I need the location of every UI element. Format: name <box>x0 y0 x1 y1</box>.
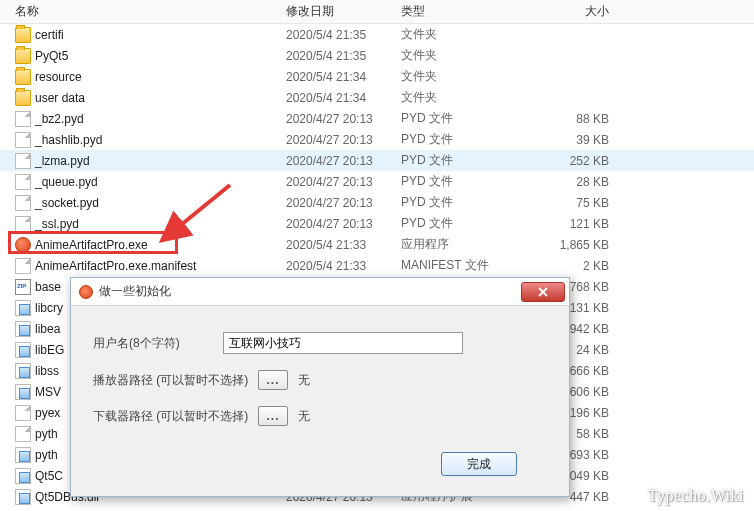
file-row[interactable]: _socket.pyd2020/4/27 20:13PYD 文件75 KB <box>0 192 754 213</box>
file-date: 2020/5/4 21:35 <box>280 26 395 44</box>
folder-icon <box>15 90 31 106</box>
file-name: _hashlib.pyd <box>35 133 102 147</box>
file-row[interactable]: user data2020/5/4 21:34文件夹 <box>0 87 754 108</box>
file-row[interactable]: AnimeArtifactPro.exe2020/5/4 21:33应用程序1,… <box>0 234 754 255</box>
file-row[interactable]: AnimeArtifactPro.exe.manifest2020/5/4 21… <box>0 255 754 276</box>
file-icon <box>15 111 31 127</box>
file-name: PyQt5 <box>35 49 68 63</box>
file-size: 39 KB <box>515 131 615 149</box>
downloader-path-label: 下载器路径 (可以暂时不选择) <box>93 408 258 425</box>
file-icon <box>15 174 31 190</box>
file-date: 2020/5/4 21:34 <box>280 89 395 107</box>
file-row[interactable]: _ssl.pyd2020/4/27 20:13PYD 文件121 KB <box>0 213 754 234</box>
file-size: 2 KB <box>515 257 615 275</box>
file-size <box>515 54 615 58</box>
column-header-name[interactable]: 名称 <box>0 0 280 24</box>
file-name: user data <box>35 91 85 105</box>
folder-icon <box>15 27 31 43</box>
file-name: libss <box>35 364 59 378</box>
file-name: pyex <box>35 406 60 420</box>
done-button[interactable]: 完成 <box>441 452 517 476</box>
dll-icon <box>15 300 31 316</box>
column-header-row: 名称 修改日期 类型 大小 <box>0 0 754 24</box>
folder-icon <box>15 48 31 64</box>
file-size: 1,865 KB <box>515 236 615 254</box>
file-size <box>515 96 615 100</box>
file-name: pyth <box>35 427 58 441</box>
dll-icon <box>15 342 31 358</box>
dll-icon <box>15 447 31 463</box>
file-type: 文件夹 <box>395 45 515 66</box>
dll-icon <box>15 363 31 379</box>
file-row[interactable]: _queue.pyd2020/4/27 20:13PYD 文件28 KB <box>0 171 754 192</box>
file-row[interactable]: certifi2020/5/4 21:35文件夹 <box>0 24 754 45</box>
file-size: 88 KB <box>515 110 615 128</box>
file-name: resource <box>35 70 82 84</box>
file-size <box>515 75 615 79</box>
file-name: Qt5C <box>35 469 63 483</box>
file-icon <box>15 405 31 421</box>
file-row[interactable]: _lzma.pyd2020/4/27 20:13PYD 文件252 KB <box>0 150 754 171</box>
file-name: AnimeArtifactPro.exe <box>35 238 148 252</box>
file-type: 文件夹 <box>395 24 515 45</box>
file-date: 2020/4/27 20:13 <box>280 194 395 212</box>
dialog-title: 做一些初始化 <box>99 283 521 300</box>
player-browse-button[interactable]: ... <box>258 370 288 390</box>
dll-icon <box>15 384 31 400</box>
file-name: certifi <box>35 28 64 42</box>
file-icon <box>15 132 31 148</box>
file-icon <box>15 426 31 442</box>
player-path-value: 无 <box>298 372 310 389</box>
dll-icon <box>15 489 31 505</box>
file-name: _bz2.pyd <box>35 112 84 126</box>
file-date: 2020/4/27 20:13 <box>280 152 395 170</box>
player-path-label: 播放器路径 (可以暂时不选择) <box>93 372 258 389</box>
file-type: PYD 文件 <box>395 129 515 150</box>
file-name: pyth <box>35 448 58 462</box>
file-row[interactable]: PyQt52020/5/4 21:35文件夹 <box>0 45 754 66</box>
file-date: 2020/4/27 20:13 <box>280 131 395 149</box>
file-type: PYD 文件 <box>395 213 515 234</box>
file-date: 2020/5/4 21:35 <box>280 47 395 65</box>
folder-icon <box>15 69 31 85</box>
file-type: 文件夹 <box>395 66 515 87</box>
file-name: libEG <box>35 343 64 357</box>
file-size: 75 KB <box>515 194 615 212</box>
zip-icon <box>15 279 31 295</box>
file-row[interactable]: _hashlib.pyd2020/4/27 20:13PYD 文件39 KB <box>0 129 754 150</box>
username-input[interactable] <box>223 332 463 354</box>
file-icon <box>15 216 31 232</box>
file-icon <box>15 195 31 211</box>
file-type: PYD 文件 <box>395 171 515 192</box>
file-name: base <box>35 280 61 294</box>
init-dialog: 做一些初始化 用户名(8个字符) 播放器路径 (可以暂时不选择) ... 无 下… <box>70 277 570 497</box>
file-size: 28 KB <box>515 173 615 191</box>
file-size <box>515 33 615 37</box>
dll-icon <box>15 321 31 337</box>
file-name: libcry <box>35 301 63 315</box>
file-type: 文件夹 <box>395 87 515 108</box>
file-date: 2020/4/27 20:13 <box>280 215 395 233</box>
file-name: libea <box>35 322 60 336</box>
column-header-size[interactable]: 大小 <box>515 0 615 24</box>
file-size: 121 KB <box>515 215 615 233</box>
close-button[interactable] <box>521 282 565 302</box>
file-name: AnimeArtifactPro.exe.manifest <box>35 259 196 273</box>
downloader-browse-button[interactable]: ... <box>258 406 288 426</box>
dll-icon <box>15 468 31 484</box>
file-name: _queue.pyd <box>35 175 98 189</box>
column-header-type[interactable]: 类型 <box>395 0 515 24</box>
file-icon <box>15 258 31 274</box>
file-type: MANIFEST 文件 <box>395 255 515 276</box>
file-date: 2020/4/27 20:13 <box>280 110 395 128</box>
file-name: _lzma.pyd <box>35 154 90 168</box>
file-name: _ssl.pyd <box>35 217 79 231</box>
file-row[interactable]: _bz2.pyd2020/4/27 20:13PYD 文件88 KB <box>0 108 754 129</box>
file-type: PYD 文件 <box>395 150 515 171</box>
column-header-date[interactable]: 修改日期 <box>280 0 395 24</box>
dialog-app-icon <box>79 285 93 299</box>
username-label: 用户名(8个字符) <box>93 335 223 352</box>
file-size: 252 KB <box>515 152 615 170</box>
dialog-titlebar[interactable]: 做一些初始化 <box>71 278 569 306</box>
file-row[interactable]: resource2020/5/4 21:34文件夹 <box>0 66 754 87</box>
